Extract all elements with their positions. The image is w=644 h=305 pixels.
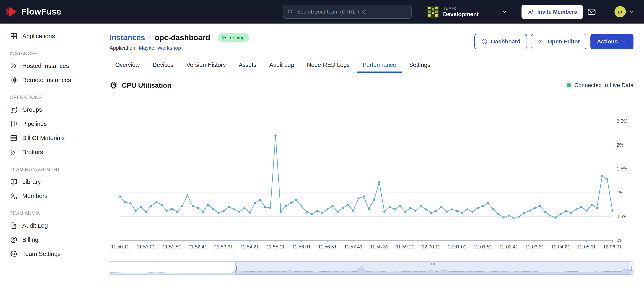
invite-members-button[interactable]: Invite Members [522,5,583,19]
navigator-left-handle[interactable] [235,266,237,271]
svg-text:11:56:51: 11:56:51 [318,244,337,250]
groups-icon [10,106,18,114]
page-header-left: Instances › opc-dashboard running Applic… [110,33,249,51]
sidebar-item-team-settings[interactable]: Team Settings [0,247,99,261]
tab-settings[interactable]: Settings [404,58,436,73]
svg-text:0%: 0% [616,238,624,243]
svg-text:11:57:41: 11:57:41 [344,244,363,250]
sidebar-item-applications[interactable]: Applications [0,29,99,43]
svg-text:12:05:11: 12:05:11 [577,244,596,250]
sidebar-item-label: Groups [22,106,42,113]
application-link[interactable]: Mayker Workshop [139,45,181,51]
tab-node-red-logs[interactable]: Node-RED Logs [302,58,355,73]
svg-text:12:01:51: 12:01:51 [474,244,492,250]
sidebar-item-label: Bill Of Materials [22,135,65,141]
dashboard-button-label: Dashboard [491,38,520,45]
sidebar-item-groups[interactable]: Groups [0,103,99,117]
cpu-utilisation-section: CPU Utilisation Connected to Live Data 0… [99,73,644,275]
breadcrumb-separator: › [148,33,151,42]
pipelines-icon [10,120,18,128]
billing-icon [10,236,18,244]
status-badge-label: running [228,35,244,40]
hosted-instances-icon [10,62,18,70]
live-dot-icon [566,83,571,87]
tab-overview[interactable]: Overview [110,58,145,73]
sidebar-item-label: Remote Instances [22,76,71,83]
sidebar-item-label: Pipelines [22,120,47,127]
flowfuse-logo[interactable]: FlowFuse [6,0,61,23]
chart-title: CPU Utilisation [122,81,172,89]
svg-text:2.5%: 2.5% [616,118,628,124]
cpu-icon [110,81,118,89]
team-selector[interactable]: TEAM: Development [427,0,512,23]
team-search [283,5,412,18]
svg-text:12:04:21: 12:04:21 [551,244,570,250]
flowfuse-logo-icon [6,6,18,17]
svg-text:12:03:31: 12:03:31 [525,244,544,250]
sidebar-item-remote-instances[interactable]: Remote Instances [0,73,99,87]
tab-performance[interactable]: Performance [357,58,402,73]
topbar: FlowFuse TEAM: Development [0,0,644,24]
dashboard-icon [481,38,488,45]
sidebar-item-label: Hosted Instances [22,62,69,69]
sidebar-item-bill-of-materials[interactable]: Bill Of Materials [0,131,99,145]
navigator-selection[interactable] [236,262,631,275]
topbar-divider [609,0,609,23]
svg-text:1%: 1% [616,190,624,195]
actions-button[interactable]: Actions [590,34,634,49]
sidebar-item-hosted-instances[interactable]: Hosted Instances [0,59,99,73]
mail-icon[interactable] [587,7,596,16]
navigator-grip-icon[interactable] [433,263,434,265]
chart-header: CPU Utilisation Connected to Live Data [110,81,634,94]
status-badge: running [218,33,249,42]
app-root: FlowFuse TEAM: Development [0,0,644,24]
sidebar-section-label: OPERATIONS [10,95,89,100]
team-avatar [427,6,439,18]
sidebar-item-brokers[interactable]: Brokers [0,145,99,159]
sidebar-item-pipelines[interactable]: Pipelines [0,117,99,131]
flowfuse-logo-text: FlowFuse [22,7,61,16]
breadcrumb: Instances › opc-dashboard running [110,33,249,42]
search-icon [287,8,294,15]
svg-text:11:58:31: 11:58:31 [370,244,388,250]
tab-version-history[interactable]: Version History [181,58,232,73]
sidebar-item-label: Applications [22,33,55,39]
sidebar-item-audit-log[interactable]: Audit Log [0,219,99,233]
topbar-divider [516,0,516,23]
svg-text:12:02:41: 12:02:41 [499,244,518,250]
cpu-chart: 0%0.5%1%1.5%2%2.5%11:50:1111:51:0111:51:… [110,96,634,255]
chart-navigator[interactable] [110,261,634,275]
sidebar-item-billing[interactable]: Billing [0,233,99,247]
tab-devices[interactable]: Devices [147,58,179,73]
sidebar-item-label: Team Settings [22,251,61,257]
open-editor-button[interactable]: Open Editor [531,34,586,49]
team-label: TEAM: [443,6,479,11]
svg-text:11:59:21: 11:59:21 [396,244,414,250]
dashboard-button[interactable]: Dashboard [474,34,527,49]
invite-members-label: Invite Members [537,9,577,15]
team-settings-icon [10,250,18,258]
tab-assets[interactable]: Assets [233,58,262,73]
svg-text:11:53:31: 11:53:31 [214,244,233,250]
main-content: Instances › opc-dashboard running Applic… [99,24,644,305]
svg-text:11:50:11: 11:50:11 [111,244,129,250]
svg-text:0.5%: 0.5% [616,214,628,219]
header-actions: Dashboard Open Editor Actions [474,33,634,49]
application-label: Application: [110,45,137,51]
sidebar-item-library[interactable]: Library [0,175,99,189]
chevron-down-icon [501,8,508,15]
sidebar: ApplicationsINSTANCESHosted InstancesRem… [0,24,99,305]
sidebar-item-members[interactable]: Members [0,189,99,203]
tab-audit-log[interactable]: Audit Log [264,58,300,73]
application-row: Application: Mayker Workshop [110,45,249,51]
search-input[interactable] [283,5,412,18]
svg-text:12:00:11: 12:00:11 [422,244,440,250]
user-menu[interactable]: jp [614,0,634,23]
user-plus-icon [527,8,534,15]
chevron-down-icon [628,9,634,15]
applications-icon [10,32,18,40]
brokers-icon [10,148,18,156]
navigator-right-handle[interactable] [630,266,632,271]
team-name: Development [443,11,479,17]
breadcrumb-instances-link[interactable]: Instances [110,33,145,42]
